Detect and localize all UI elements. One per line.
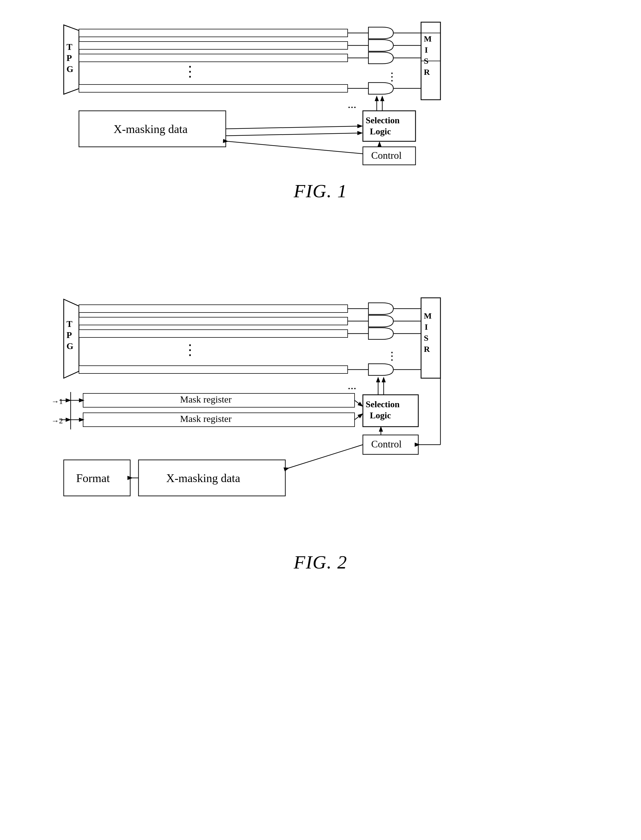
svg-text:X-masking data: X-masking data xyxy=(114,123,188,135)
svg-text:Logic: Logic xyxy=(370,126,391,136)
svg-text:...: ... xyxy=(348,379,356,392)
svg-text:⋮: ⋮ xyxy=(183,342,197,358)
svg-text:Mask register: Mask register xyxy=(180,414,232,424)
svg-rect-45 xyxy=(79,317,348,325)
fig1-diagram: T P G ⋮ ⋮ xyxy=(28,17,609,177)
svg-text:X-masking data: X-masking data xyxy=(166,472,240,485)
svg-text:Control: Control xyxy=(371,439,402,450)
svg-text:Logic: Logic xyxy=(370,410,391,420)
svg-text:⋮: ⋮ xyxy=(387,350,398,362)
svg-text:⋮: ⋮ xyxy=(183,63,197,79)
svg-text:→1: →1 xyxy=(51,397,63,406)
fig1-label: FIG. 1 xyxy=(0,180,641,202)
svg-line-76 xyxy=(354,400,362,406)
svg-line-31 xyxy=(226,133,361,136)
svg-text:Mask register: Mask register xyxy=(180,394,232,405)
svg-text:→2: →2 xyxy=(51,416,63,425)
svg-text:...: ... xyxy=(348,98,356,111)
svg-text:Format: Format xyxy=(76,472,110,485)
page: T P G ⋮ ⋮ xyxy=(0,0,641,840)
svg-text:P: P xyxy=(66,330,72,340)
svg-text:M: M xyxy=(424,311,432,320)
svg-rect-5 xyxy=(79,42,348,49)
svg-line-89 xyxy=(288,445,363,468)
svg-rect-8 xyxy=(79,84,348,92)
svg-rect-46 xyxy=(79,330,348,337)
svg-text:Selection: Selection xyxy=(366,399,400,409)
svg-text:I: I xyxy=(425,322,428,331)
svg-text:⋮: ⋮ xyxy=(387,70,398,83)
svg-rect-48 xyxy=(79,366,348,374)
svg-text:R: R xyxy=(424,67,430,76)
fig2-label: FIG. 2 xyxy=(0,551,641,573)
svg-rect-44 xyxy=(79,305,348,313)
fig2-diagram: T P G ⋮ ⋮ M xyxy=(28,291,609,540)
svg-text:Selection: Selection xyxy=(366,115,400,125)
svg-text:P: P xyxy=(66,53,72,63)
svg-rect-4 xyxy=(79,29,348,37)
svg-text:M: M xyxy=(424,34,432,43)
svg-line-30 xyxy=(226,126,361,129)
svg-line-77 xyxy=(354,414,362,420)
svg-text:T: T xyxy=(66,319,72,329)
svg-rect-6 xyxy=(79,54,348,62)
svg-text:R: R xyxy=(424,344,430,353)
svg-text:G: G xyxy=(66,64,73,74)
svg-text:I: I xyxy=(425,45,428,54)
svg-text:T: T xyxy=(66,42,72,52)
svg-line-35 xyxy=(227,141,363,154)
svg-text:G: G xyxy=(66,341,73,351)
svg-text:Control: Control xyxy=(371,150,402,161)
svg-text:S: S xyxy=(424,333,428,342)
